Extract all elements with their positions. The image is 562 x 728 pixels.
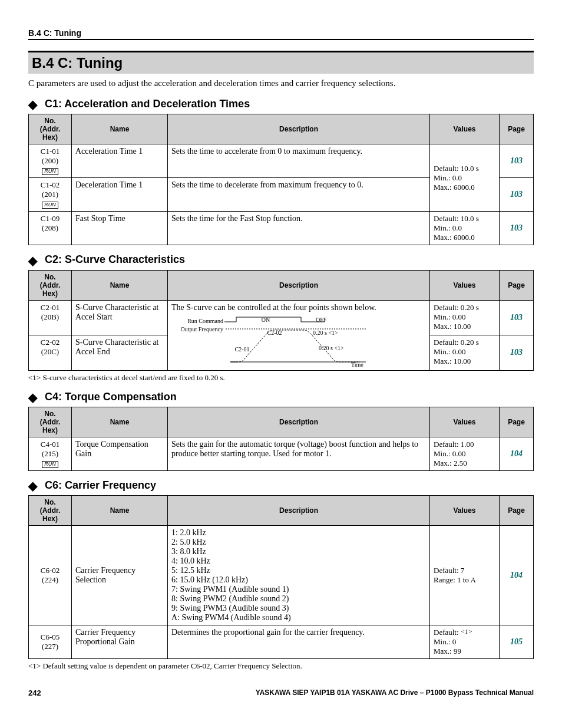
th-values: Values [430,114,500,144]
label-note-c2-01: 0.20 s <1> [319,345,344,351]
param-addr: (227) [42,642,58,651]
run-tag: RUN [42,202,58,209]
section-title: B.4 C: Tuning [28,51,534,74]
th-desc: Description [168,270,430,300]
th-values: Values [430,270,500,300]
subsection-c4-heading: ◆ C4: Torque Compensation [28,391,534,403]
th-page: Page [500,114,534,144]
subsection-c6-title: C6: Carrier Frequency [45,479,156,491]
param-values: Default: 10.0 s Min.: 0.0 Max.: 6000.0 [430,212,500,245]
th-desc: Description [168,496,430,526]
param-values: Default: <1> Min.: 0 Max.: 99 [430,625,500,659]
th-no: No. (Addr. Hex) [29,407,72,437]
param-values: Default: 7 Range: 1 to A [430,526,500,625]
param-addr: (208) [42,223,58,232]
table-row: C6-02 (224) Carrier Frequency Selection … [29,526,534,625]
table-c6: No. (Addr. Hex) Name Description Values … [28,495,534,659]
param-page: 103 [500,144,534,178]
param-addr: (20B) [41,312,59,321]
param-no: C1-01 [41,147,60,156]
param-desc: Sets the gain for the automatic torque (… [168,437,430,470]
param-name: Torque Compensation Gain [72,437,168,470]
param-page: 103 [500,335,534,371]
param-no: C1-09 [41,214,60,223]
label-run-command: Run Command [187,318,223,324]
param-page: 103 [500,300,534,335]
param-values: Default: 1.00 Min.: 0.00 Max.: 2.50 [430,437,500,470]
table-row: C2-01 (20B) S-Curve Characteristic at Ac… [29,300,534,335]
param-page: 104 [500,437,534,470]
param-no: C6-05 [41,633,60,641]
th-desc: Description [168,114,430,144]
param-no: C2-02 [41,338,60,347]
th-values: Values [430,496,500,526]
table-row: C4-01 (215) RUN Torque Compensation Gain… [29,437,534,470]
diamond-icon: ◆ [28,98,37,110]
table-row: C6-05 (227) Carrier Frequency Proportion… [29,625,534,659]
th-name: Name [72,496,168,526]
diamond-icon: ◆ [28,391,37,403]
table-c1: No. (Addr. Hex) Name Description Values … [28,114,534,245]
param-desc: The S-curve can be controlled at the fou… [168,300,430,370]
diamond-icon: ◆ [28,255,37,266]
subsection-c1-title: C1: Acceleration and Deceleration Times [45,98,250,110]
param-desc: Sets the time for the Fast Stop function… [168,212,430,245]
table-row: C1-01 (200) RUN Acceleration Time 1 Sets… [29,144,534,178]
param-page: 105 [500,625,534,659]
th-no: No. (Addr. Hex) [29,270,72,300]
running-head: B.4 C: Tuning [28,28,534,40]
param-values: Default: 0.20 s Min.: 0.00 Max.: 10.00 [430,335,500,371]
param-values: Default: 10.0 s Min.: 0.0 Max.: 6000.0 [430,144,500,212]
param-no: C2-01 [41,303,60,312]
footnote-c2: <1> S-curve characteristics at decel sta… [28,373,534,383]
subsection-c6-heading: ◆ C6: Carrier Frequency [28,479,534,492]
param-name: Fast Stop Time [72,212,168,245]
table-row: C1-09 (208) Fast Stop Time Sets the time… [29,212,534,245]
section-intro: C parameters are used to adjust the acce… [28,78,534,88]
param-no: C6-02 [41,566,60,575]
page-number: 242 [28,689,41,697]
param-name: Acceleration Time 1 [72,144,168,178]
param-name: S-Curve Characteristic at Accel Start [72,300,168,335]
param-name: Deceleration Time 1 [72,178,168,212]
subsection-c2-title: C2: S-Curve Characteristics [45,253,185,265]
th-values: Values [430,407,500,437]
label-c2-01: C2-01 [235,346,250,353]
label-c2-02: C2-02 [267,330,282,336]
param-values: Default: 0.20 s Min.: 0.00 Max.: 10.00 [430,300,500,335]
th-name: Name [72,114,168,144]
label-off: OFF [316,317,327,323]
param-addr: (201) [42,190,58,199]
param-no: C4-01 [41,440,60,449]
footnote-c6: <1> Default setting value is dependent o… [28,661,534,671]
param-addr: (20C) [41,347,59,356]
th-name: Name [72,407,168,437]
run-tag: RUN [42,461,58,468]
manual-id: YASKAWA SIEP YAIP1B 01A YASKAWA AC Drive… [256,689,534,697]
th-page: Page [500,270,534,300]
th-no: No. (Addr. Hex) [29,114,72,144]
th-page: Page [500,496,534,526]
diamond-icon: ◆ [28,480,37,492]
th-desc: Description [168,407,430,437]
th-no: No. (Addr. Hex) [29,496,72,526]
param-desc: Sets the time to accelerate from 0 to ma… [168,144,430,178]
subsection-c4-title: C4: Torque Compensation [45,391,177,403]
subsection-c1-heading: ◆ C1: Acceleration and Deceleration Time… [28,98,534,110]
param-name: Carrier Frequency Selection [72,526,168,625]
param-name: Carrier Frequency Proportional Gain [72,625,168,659]
table-c4: No. (Addr. Hex) Name Description Values … [28,407,534,471]
table-c2: No. (Addr. Hex) Name Description Values … [28,270,534,371]
param-no: C1-02 [41,180,60,189]
param-page: 104 [500,526,534,625]
desc-intro: The S-curve can be controlled at the fou… [171,303,376,312]
scurve-diagram: Run Command ON OFF Output Frequency C2-0… [171,315,426,368]
param-page: 103 [500,178,534,212]
subsection-c2-heading: ◆ C2: S-Curve Characteristics [28,253,534,266]
param-name: S-Curve Characteristic at Accel End [72,335,168,371]
label-on: ON [262,317,270,323]
param-desc: Determines the proportional gain for the… [168,625,430,659]
param-desc: Sets the time to decelerate from maximum… [168,178,430,212]
label-note-c2-02: 0.20 s <1> [313,330,338,336]
run-tag: RUN [42,168,58,175]
